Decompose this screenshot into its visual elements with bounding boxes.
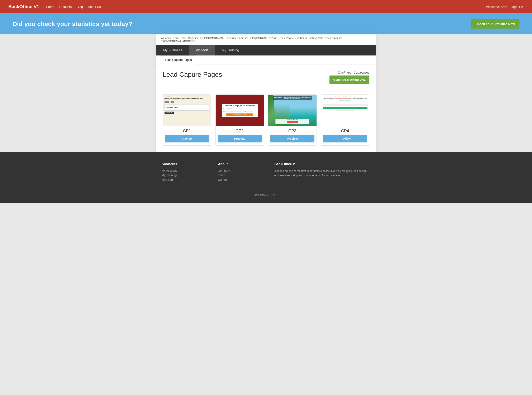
logout-label: Logout <box>510 5 520 9</box>
footer-about: About Company Team Careers <box>218 162 266 183</box>
shortcuts-heading: Shortcuts <box>162 162 210 166</box>
card-cp3-label: CP3 <box>268 126 317 135</box>
card-cp3-preview: DISCOVER HOW YOU CAN MAKE REPLICATE YOUR… <box>268 95 317 126</box>
card-cp4-preview: Earn Instant $250 Commissions! "Here's Y… <box>321 95 369 126</box>
footer-link-company[interactable]: Company <box>218 169 266 172</box>
about-heading: About <box>218 162 266 166</box>
header-left: BackOffice V1 Home Products Blog About U… <box>8 4 101 9</box>
site-header: BackOffice V1 Home Products Blog About U… <box>0 0 532 13</box>
card-cp1: AMAZING! Discover How You Can Build A Se… <box>163 94 211 146</box>
footer-link-careers[interactable]: Careers <box>218 178 266 181</box>
nav-home[interactable]: Home <box>46 5 54 9</box>
card-cp4-label: CP4 <box>321 126 369 135</box>
divider <box>163 88 369 88</box>
footer-link-my-training[interactable]: My Training <box>162 174 210 177</box>
footer-link-my-leads[interactable]: My Leads <box>162 178 210 181</box>
sub-tabs: Lead Capture Pages <box>156 55 376 65</box>
main-nav: Home Products Blog About Us <box>46 5 101 9</box>
section-title: Lead Capure Pages <box>163 71 222 78</box>
footer-link-team[interactable]: Team <box>218 174 266 177</box>
banner-title: Did you check your statistics yet today? <box>12 20 132 27</box>
generate-tracking-url-button[interactable]: Generate Tracking URL <box>330 76 369 84</box>
card-cp1-preview: AMAZING! Discover How You Can Build A Se… <box>163 95 211 126</box>
main-container: Welcome NAME! Your Sponsor is: SPONSORNA… <box>156 34 376 152</box>
card-cp2: You're About To Witness How This Incredi… <box>215 94 264 146</box>
nav-blog[interactable]: Blog <box>77 5 83 9</box>
card-cp2-preview-button[interactable]: Preview <box>218 135 262 143</box>
footer-link-my-account[interactable]: My Account <box>162 169 210 172</box>
main-tabs: My Business My Tools My Training <box>156 45 376 55</box>
welcome-bar: Welcome NAME! Your Sponsor is: SPONSORNA… <box>156 34 376 45</box>
check-stats-button[interactable]: Check Your Statistics Now <box>471 19 520 28</box>
card-cp1-preview-button[interactable]: Preview <box>165 135 209 143</box>
site-logo[interactable]: BackOffice V1 <box>8 4 39 9</box>
header-right: Welcome, Aron Logout ➤ <box>486 5 524 9</box>
track-label: Track Your Campaigns <box>330 71 369 74</box>
footer-grid: Shortcuts My Account My Training My Lead… <box>162 162 370 183</box>
card-cp4: Earn Instant $250 Commissions! "Here's Y… <box>321 94 370 146</box>
footer-backoffice: BackOffice V1 Inspired on one of the fir… <box>274 162 370 183</box>
logout-button[interactable]: Logout ➤ <box>510 5 524 9</box>
content-header: Lead Capure Pages Track Your Campaigns G… <box>163 71 369 84</box>
footer-copyright: BackOffice V1 © 2019 <box>12 189 520 197</box>
card-cp1-label: CP1 <box>163 126 211 135</box>
tab-my-training[interactable]: My Training <box>215 45 246 55</box>
tab-my-tools[interactable]: My Tools <box>189 45 215 55</box>
card-cp2-label: CP2 <box>216 126 264 135</box>
nav-about[interactable]: About Us <box>88 5 101 9</box>
tab-my-business[interactable]: My Business <box>156 45 189 55</box>
copyright-text: BackOffice V1 © 2019 <box>253 193 279 197</box>
stats-banner: Did you check your statistics yet today?… <box>0 13 532 34</box>
site-footer: Shortcuts My Account My Training My Lead… <box>0 152 532 203</box>
card-cp4-preview-button[interactable]: Preview <box>323 135 367 143</box>
backoffice-description: Inspired on one of the first opportunity… <box>274 169 370 178</box>
cards-grid: AMAZING! Discover How You Can Build A Se… <box>163 94 369 146</box>
content-area: Lead Capure Pages Track Your Campaigns G… <box>156 65 376 152</box>
tracking-area: Track Your Campaigns Generate Tracking U… <box>330 71 369 84</box>
backoffice-heading: BackOffice V1 <box>274 162 370 166</box>
footer-shortcuts: Shortcuts My Account My Training My Lead… <box>162 162 210 183</box>
welcome-text: Welcome, Aron <box>486 5 507 9</box>
card-cp3-preview-button[interactable]: Preview <box>270 135 314 143</box>
nav-products[interactable]: Products <box>59 5 72 9</box>
logout-icon: ➤ <box>521 5 524 9</box>
card-cp2-preview: You're About To Witness How This Incredi… <box>216 95 264 126</box>
sub-tab-lead-capture-pages[interactable]: Lead Capture Pages <box>161 55 196 65</box>
card-cp3: DISCOVER HOW YOU CAN MAKE REPLICATE YOUR… <box>268 94 317 146</box>
